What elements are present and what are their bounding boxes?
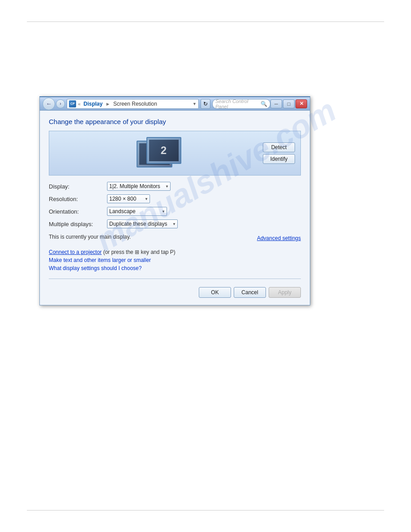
address-bar: CP « Display ► Screen Resolution ▼: [67, 99, 199, 109]
multiple-displays-label: Multiple displays:: [49, 221, 107, 227]
address-icon: CP: [69, 100, 76, 107]
make-text-larger-link[interactable]: Make text and other items larger or smal…: [49, 257, 301, 263]
orientation-label: Orientation:: [49, 208, 107, 215]
search-placeholder: Search Control Panel: [215, 99, 259, 109]
monitor-front-screen: 2: [149, 140, 179, 161]
orientation-select[interactable]: Landscape Portrait Landscape (flipped) P…: [107, 207, 167, 216]
ok-button[interactable]: OK: [199, 287, 231, 298]
screen-resolution-dialog: ← › CP « Display ► Screen Resolution ▼ ↻…: [39, 96, 310, 305]
resolution-label: Resolution:: [49, 196, 107, 202]
multiple-displays-select-wrapper: Duplicate these displays Extend these di…: [107, 219, 178, 228]
detect-identify-group: Detect Identify: [263, 142, 295, 164]
orientation-select-wrapper: Landscape Portrait Landscape (flipped) P…: [107, 207, 167, 216]
display-preview-area: 1 2 Detect Identify: [49, 131, 301, 176]
window-controls: ─ □ ✕: [270, 99, 307, 108]
refresh-button[interactable]: ↻: [201, 99, 210, 109]
cancel-button[interactable]: Cancel: [234, 287, 266, 298]
separator: [49, 279, 301, 279]
display-select[interactable]: 1|2. Multiple Monitors 1. Generic Monito…: [107, 182, 171, 191]
minimize-button[interactable]: ─: [270, 99, 282, 108]
links-section: Connect to a projector (or press the ⊞ k…: [49, 249, 301, 271]
dialog-content: Change the appearance of your display 1 …: [40, 111, 310, 305]
connect-projector-link[interactable]: Connect to a projector (or press the ⊞ k…: [49, 249, 301, 255]
dual-monitor-graphic: 1 2: [137, 137, 181, 169]
back-button[interactable]: ←: [43, 98, 55, 110]
apply-button[interactable]: Apply: [269, 287, 301, 298]
monitor-front: 2: [146, 137, 181, 164]
address-chevron[interactable]: ▼: [193, 102, 197, 106]
status-row: This is currently your main display. Adv…: [49, 232, 301, 245]
nav-button-group: ← ›: [43, 98, 65, 110]
connect-projector-link-row: Connect to a projector (or press the ⊞ k…: [49, 249, 301, 255]
resolution-row: Resolution: 1280 × 800 1920 × 1080 1024 …: [49, 194, 301, 203]
dialog-buttons-group: OK Cancel Apply: [49, 283, 301, 298]
close-button[interactable]: ✕: [295, 99, 307, 108]
breadcrumb-text: « Display ► Screen Resolution: [78, 101, 191, 107]
page-bottom-divider: [27, 510, 384, 511]
maximize-button[interactable]: □: [283, 99, 295, 108]
identify-button[interactable]: Identify: [263, 154, 295, 164]
forward-button[interactable]: ›: [56, 99, 65, 108]
multiple-displays-select[interactable]: Duplicate these displays Extend these di…: [107, 219, 178, 228]
display-settings-link[interactable]: What display settings should I choose?: [49, 265, 301, 271]
detect-button[interactable]: Detect: [263, 142, 295, 152]
status-text: This is currently your main display.: [49, 234, 131, 240]
resolution-select-wrapper: 1280 × 800 1920 × 1080 1024 × 768 800 × …: [107, 194, 150, 203]
multiple-displays-row: Multiple displays: Duplicate these displ…: [49, 219, 301, 228]
display-label: Display:: [49, 183, 107, 190]
search-box[interactable]: Search Control Panel 🔍: [212, 99, 270, 109]
titlebar: ← › CP « Display ► Screen Resolution ▼ ↻…: [40, 97, 310, 111]
resolution-select[interactable]: 1280 × 800 1920 × 1080 1024 × 768 800 × …: [107, 194, 150, 203]
advanced-settings-link[interactable]: Advanced settings: [257, 235, 301, 241]
display-select-wrapper: 1|2. Multiple Monitors 1. Generic Monito…: [107, 182, 171, 191]
search-icon: 🔍: [261, 101, 267, 107]
display-row: Display: 1|2. Multiple Monitors 1. Gener…: [49, 182, 301, 191]
page-title: Change the appearance of your display: [49, 118, 301, 125]
orientation-row: Orientation: Landscape Portrait Landscap…: [49, 207, 301, 216]
page-top-divider: [27, 21, 384, 22]
monitor-preview: 1 2: [55, 137, 263, 169]
